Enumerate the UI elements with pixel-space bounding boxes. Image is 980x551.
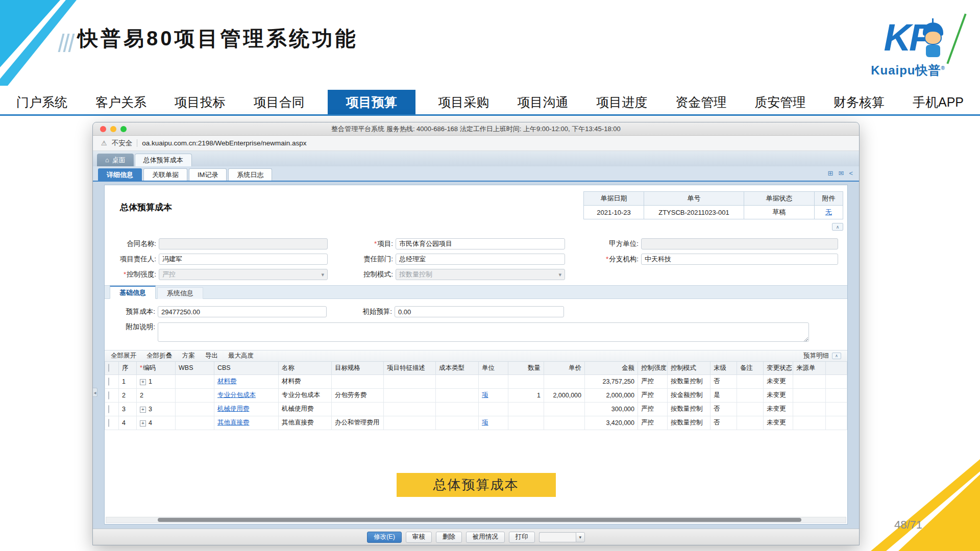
- page-title: 总体预算成本: [120, 202, 172, 213]
- nav-item-progress[interactable]: 项目进度: [591, 90, 652, 114]
- manager-label: 项目责任人:: [106, 255, 159, 264]
- party-a-input[interactable]: [641, 238, 838, 249]
- maximize-panel-icon[interactable]: ⊞: [828, 169, 834, 177]
- cbs-link[interactable]: 其他直接费: [217, 419, 250, 426]
- kuaipu-logo: KP Kuaipu快普®: [854, 15, 962, 82]
- nav-item-quality[interactable]: 质安管理: [749, 90, 811, 114]
- nav-item-budget[interactable]: 项目预算: [328, 90, 415, 114]
- control-mode-value: 按数量控制: [399, 270, 432, 279]
- control-strength-select[interactable]: 严控 ▾: [159, 269, 328, 280]
- nav-item-contract[interactable]: 项目合同: [249, 90, 310, 114]
- collapse-all-button[interactable]: 全部折叠: [146, 352, 172, 360]
- header-collapse-button[interactable]: ∧: [832, 223, 843, 231]
- scheme-button[interactable]: 方案: [182, 352, 195, 360]
- tab-related-docs[interactable]: 关联单据: [143, 168, 187, 181]
- budget-cost-label: 预算成本:: [105, 307, 158, 316]
- grid-collapse-button[interactable]: ∧: [832, 353, 841, 359]
- browser-url-bar[interactable]: ⚠ 不安全 oa.kuaipu.com.cn:2198/WebEnterpris…: [93, 136, 859, 151]
- tab-desktop[interactable]: ⌂ 桌面: [97, 154, 134, 166]
- unit-link[interactable]: 项: [482, 391, 488, 398]
- branch-input[interactable]: [641, 254, 838, 265]
- nav-item-bidding[interactable]: 项目投标: [169, 90, 231, 114]
- action-dropdown-field[interactable]: [539, 532, 576, 542]
- chevron-down-icon[interactable]: ▾: [576, 532, 585, 542]
- panel-collapse-arrow[interactable]: ◂: [93, 388, 97, 397]
- share-icon[interactable]: <: [849, 169, 853, 177]
- horizontal-scrollbar[interactable]: [106, 517, 846, 523]
- col-qty: 数量: [508, 362, 544, 374]
- col-wbs: WBS: [176, 362, 214, 374]
- cbs-link[interactable]: 材料费: [217, 378, 237, 385]
- tab-detail-info[interactable]: 详细信息: [98, 168, 142, 181]
- attachment-link[interactable]: 无: [825, 208, 832, 216]
- logo-mascot-icon: [919, 22, 947, 59]
- document-header: 总体预算成本 单据日期 单号 单据状态 附件 2021-10-23 ZTYSCB…: [105, 185, 847, 236]
- scrollbar-thumb[interactable]: [158, 518, 801, 522]
- print-button[interactable]: 打印: [509, 532, 535, 543]
- edit-button[interactable]: 修改(E): [367, 532, 402, 543]
- nav-item-finance[interactable]: 财务核算: [828, 90, 890, 114]
- col-mode: 控制模式: [668, 362, 710, 374]
- nav-item-procurement[interactable]: 项目采购: [433, 90, 495, 114]
- window-title: 整合管理平台系统 服务热线: 4000-686-168 法定工作日上班时间: 上…: [331, 124, 620, 134]
- party-a-label: 甲方单位:: [565, 239, 641, 248]
- message-icon[interactable]: ✉: [839, 169, 844, 177]
- initial-budget-input[interactable]: [395, 306, 564, 317]
- table-row[interactable]: 3 +3 机械使用费 机械使用费 300,000 严控 按数量控制 否: [105, 402, 847, 416]
- kuaipu-logo-art-icon: KP: [854, 15, 962, 62]
- zoom-button[interactable]: [120, 126, 127, 132]
- row-checkbox[interactable]: [108, 419, 109, 427]
- slide-page-number: 48/71: [894, 518, 922, 532]
- delete-button[interactable]: 删除: [436, 532, 462, 543]
- usage-button[interactable]: 被用情况: [466, 532, 505, 543]
- row-checkbox[interactable]: [108, 378, 109, 386]
- manager-input[interactable]: [159, 254, 328, 265]
- unit-link[interactable]: 项: [482, 419, 488, 426]
- tab-desktop-label: 桌面: [112, 156, 126, 165]
- col-change: 变更状态: [764, 362, 793, 374]
- max-height-button[interactable]: 最大高度: [228, 352, 254, 360]
- expand-all-button[interactable]: 全部展开: [111, 352, 136, 360]
- nav-item-portal[interactable]: 门户系统: [11, 90, 72, 114]
- control-mode-select[interactable]: 按数量控制 ▾: [396, 269, 565, 280]
- dept-input[interactable]: [396, 254, 565, 265]
- document-panel: 总体预算成本 单据日期 单号 单据状态 附件 2021-10-23 ZTYSCB…: [104, 185, 848, 524]
- nav-item-crm[interactable]: 客户关系: [90, 90, 152, 114]
- doc-number-header: 单号: [644, 192, 744, 206]
- close-button[interactable]: [100, 126, 106, 132]
- nav-item-communication[interactable]: 项目沟通: [512, 90, 573, 114]
- doc-status-header: 单据状态: [744, 192, 815, 206]
- cbs-link[interactable]: 机械使用费: [217, 405, 250, 412]
- control-mode-label: 控制模式:: [328, 270, 396, 279]
- select-all-checkbox[interactable]: [108, 364, 109, 372]
- audit-button[interactable]: 审核: [406, 532, 432, 543]
- col-name: 名称: [279, 362, 332, 374]
- doc-date-header: 单据日期: [584, 192, 644, 206]
- tab-system-info[interactable]: 系统信息: [157, 287, 203, 299]
- table-row[interactable]: 1 +1 材料费 材料费 23,757,250 严控 按数量控制 否: [105, 374, 847, 388]
- tab-basic-info[interactable]: 基础信息: [110, 286, 156, 299]
- grid-toolbar: 全部展开 全部折叠 方案 导出 最大高度 预算明细 ∧: [105, 350, 847, 362]
- tab-system-log[interactable]: 系统日志: [228, 168, 272, 181]
- cbs-link[interactable]: 专业分包成本: [217, 391, 256, 398]
- project-input[interactable]: [396, 238, 565, 249]
- action-dropdown[interactable]: ▾: [539, 532, 585, 542]
- tab-budget-doc[interactable]: 总体预算成本: [135, 154, 192, 166]
- note-textarea[interactable]: [158, 322, 809, 342]
- logo-pencil-icon: [946, 13, 966, 64]
- contract-name-input[interactable]: [159, 238, 328, 249]
- budget-cost-input[interactable]: [158, 306, 327, 317]
- expand-row-icon[interactable]: +: [140, 420, 146, 427]
- nav-item-funds[interactable]: 资金管理: [670, 90, 731, 114]
- nav-item-mobile-app[interactable]: 手机APP: [908, 90, 969, 114]
- tab-im-record[interactable]: IM记录: [189, 168, 227, 181]
- expand-row-icon[interactable]: +: [140, 379, 146, 385]
- resize-grip-icon[interactable]: [803, 337, 808, 341]
- expand-row-icon[interactable]: +: [140, 407, 146, 413]
- row-checkbox[interactable]: [108, 391, 109, 399]
- export-button[interactable]: 导出: [205, 352, 218, 360]
- table-row[interactable]: 2 2 专业分包成本 专业分包成本 分包劳务费 项 1 2,000,000 2,…: [105, 388, 847, 402]
- row-checkbox[interactable]: [108, 405, 109, 413]
- minimize-button[interactable]: [110, 126, 116, 132]
- table-row[interactable]: 4 +4 其他直接费 其他直接费 办公和管理费用 项 3,420,000 严控 …: [105, 416, 847, 430]
